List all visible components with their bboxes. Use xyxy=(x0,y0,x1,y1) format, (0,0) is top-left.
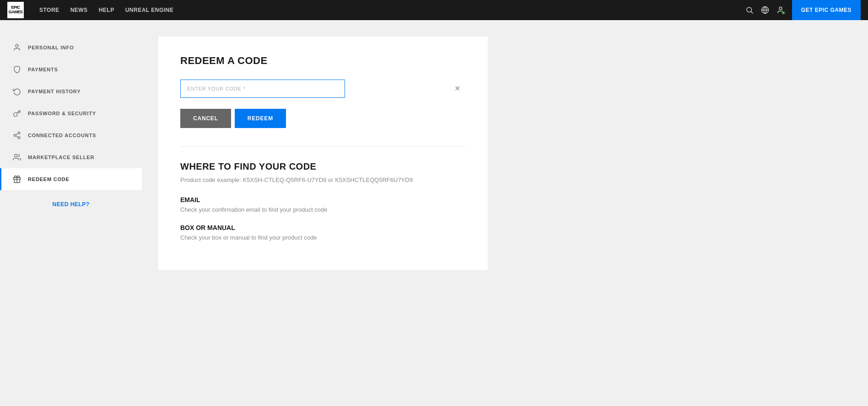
where-to-find-title: WHERE TO FIND YOUR CODE xyxy=(180,161,466,172)
svg-point-5 xyxy=(16,44,18,47)
navbar-icons xyxy=(745,6,785,14)
gift-icon xyxy=(12,175,22,184)
share-icon xyxy=(12,131,22,140)
svg-line-9 xyxy=(16,136,18,137)
sidebar-label-payment-history: PAYMENT HISTORY xyxy=(28,89,81,94)
sidebar-item-connected-accounts[interactable]: CONNECTED ACCOUNTS xyxy=(0,124,142,146)
svg-point-0 xyxy=(747,7,752,12)
user-account-icon[interactable] xyxy=(776,6,785,14)
key-icon xyxy=(12,109,22,118)
epic-logo-mark: EPICGAMES xyxy=(7,2,24,18)
sidebar-label-marketplace-seller: MARKETPLACE SELLER xyxy=(28,155,94,160)
box-label: BOX OR MANUAL xyxy=(180,224,466,231)
sidebar-label-password-security: PASSWORD & SECURITY xyxy=(28,111,96,116)
page-wrapper: PERSONAL INFO PAYMENTS PAYMENT HISTORY xyxy=(0,20,868,406)
redeem-title: REDEEM A CODE xyxy=(180,55,466,67)
sidebar-item-payment-history[interactable]: PAYMENT HISTORY xyxy=(0,80,142,102)
svg-line-1 xyxy=(751,11,753,13)
svg-point-7 xyxy=(14,134,16,137)
need-help-link[interactable]: NEED HELP? xyxy=(0,198,142,211)
nav-news[interactable]: NEWS xyxy=(66,5,92,15)
box-section: BOX OR MANUAL Check your box or manual t… xyxy=(180,224,466,241)
svg-point-11 xyxy=(15,154,17,157)
svg-line-10 xyxy=(16,134,18,135)
shield-icon xyxy=(12,65,22,74)
sidebar-label-personal-info: PERSONAL INFO xyxy=(28,45,74,50)
svg-point-6 xyxy=(18,132,20,134)
globe-icon[interactable] xyxy=(761,6,769,14)
sidebar-item-marketplace-seller[interactable]: MARKETPLACE SELLER xyxy=(0,146,142,168)
sidebar-item-redeem-code[interactable]: REDEEM CODE xyxy=(0,168,142,190)
sidebar-item-payments[interactable]: PAYMENTS xyxy=(0,59,142,80)
navbar: EPICGAMES STORE NEWS HELP UNREAL ENGINE … xyxy=(0,0,868,20)
epic-logo[interactable]: EPICGAMES xyxy=(7,2,24,18)
user-online-indicator xyxy=(782,11,785,15)
content-card: REDEEM A CODE ✕ CANCEL REDEEM WHERE TO F… xyxy=(158,37,488,270)
sidebar-label-connected-accounts: CONNECTED ACCOUNTS xyxy=(28,133,96,138)
main-content: REDEEM A CODE ✕ CANCEL REDEEM WHERE TO F… xyxy=(142,20,868,406)
navbar-links: STORE NEWS HELP UNREAL ENGINE xyxy=(35,5,745,15)
code-input-clear-button[interactable]: ✕ xyxy=(454,85,460,92)
code-input[interactable] xyxy=(180,80,345,98)
search-icon[interactable] xyxy=(745,6,754,14)
email-section: EMAIL Check your confirmation email to f… xyxy=(180,196,466,213)
redeem-button[interactable]: REDEEM xyxy=(235,109,286,128)
history-icon xyxy=(12,87,22,96)
email-label: EMAIL xyxy=(180,196,466,203)
nav-unreal[interactable]: UNREAL ENGINE xyxy=(121,5,178,15)
sidebar-item-personal-info[interactable]: PERSONAL INFO xyxy=(0,37,142,59)
svg-point-4 xyxy=(779,7,782,10)
code-input-wrapper: ✕ xyxy=(180,80,466,98)
section-divider xyxy=(180,146,466,147)
svg-point-8 xyxy=(18,137,20,139)
marketplace-icon xyxy=(12,153,22,162)
sidebar-item-password-security[interactable]: PASSWORD & SECURITY xyxy=(0,102,142,124)
box-description: Check your box or manual to find your pr… xyxy=(180,234,466,241)
code-example-text: Product code example: K5XSH-CTLEQ-Q5RF6-… xyxy=(180,176,466,183)
sidebar: PERSONAL INFO PAYMENTS PAYMENT HISTORY xyxy=(0,20,142,406)
sidebar-label-redeem-code: REDEEM CODE xyxy=(28,176,70,182)
action-buttons: CANCEL REDEEM xyxy=(180,109,466,128)
nav-help[interactable]: HELP xyxy=(94,5,119,15)
person-icon xyxy=(12,43,22,52)
nav-store[interactable]: STORE xyxy=(35,5,64,15)
get-epic-button[interactable]: GET EPIC GAMES xyxy=(792,0,861,20)
email-description: Check your confirmation email to find yo… xyxy=(180,206,466,213)
cancel-button[interactable]: CANCEL xyxy=(180,109,231,128)
sidebar-label-payments: PAYMENTS xyxy=(28,67,58,72)
